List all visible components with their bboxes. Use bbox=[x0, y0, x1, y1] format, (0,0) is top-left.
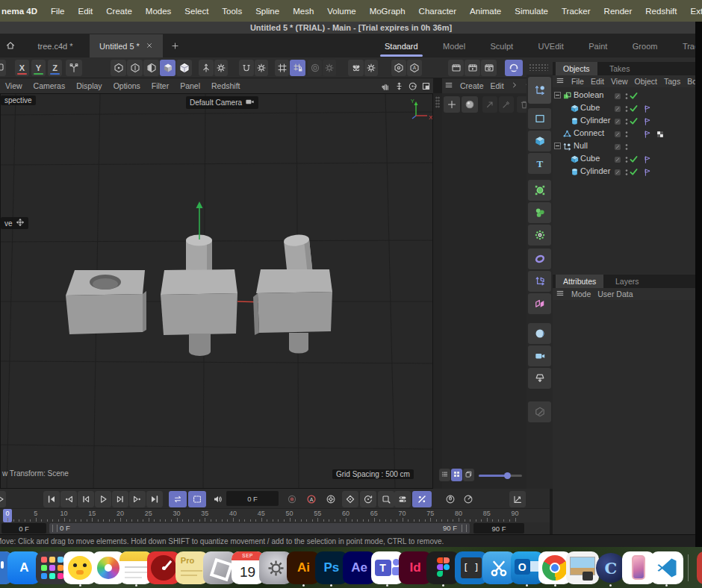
list-view-button[interactable] bbox=[439, 469, 450, 481]
om-menu-boo[interactable]: Boo bbox=[687, 77, 695, 86]
om-menu-tags[interactable]: Tags bbox=[664, 77, 680, 86]
menu-item-select[interactable]: Select bbox=[178, 7, 215, 16]
layer-view-button[interactable] bbox=[463, 469, 474, 481]
render-region-settings-icon[interactable] bbox=[323, 60, 336, 76]
quantize-button[interactable] bbox=[275, 60, 289, 76]
object-label[interactable]: Boolean bbox=[574, 90, 603, 99]
viewport-menu-cameras[interactable]: Cameras bbox=[34, 81, 66, 90]
environment-button[interactable] bbox=[528, 323, 551, 344]
layout-tab-sculpt[interactable]: Sculpt bbox=[489, 34, 515, 57]
hamburger-icon[interactable] bbox=[556, 76, 565, 87]
model-mode-button[interactable] bbox=[160, 60, 176, 76]
null-object-button[interactable] bbox=[528, 271, 551, 292]
phong-tag-icon[interactable] bbox=[643, 166, 652, 180]
symmetry-settings-icon[interactable] bbox=[364, 60, 378, 76]
hamburger-icon[interactable] bbox=[444, 81, 453, 91]
clipped-transport-button[interactable] bbox=[0, 491, 6, 507]
lock-x-axis-button[interactable]: X bbox=[15, 60, 29, 76]
viewport-menu-filter[interactable]: Filter bbox=[152, 81, 169, 90]
symmetry-button[interactable] bbox=[348, 60, 364, 76]
menu-item-mograph[interactable]: MoGraph bbox=[363, 7, 412, 16]
new-tab-button[interactable] bbox=[167, 38, 182, 54]
viewport-menu-view[interactable]: View bbox=[5, 81, 22, 90]
edges-mode-button[interactable] bbox=[127, 60, 143, 76]
tab-objects[interactable]: Objects bbox=[556, 62, 597, 75]
menu-item-tools[interactable]: Tools bbox=[215, 7, 249, 16]
record-dial-button[interactable] bbox=[460, 491, 476, 507]
clipped-toolbar-button[interactable] bbox=[0, 60, 6, 76]
polygons-mode-button[interactable] bbox=[143, 60, 159, 76]
go-to-end-button[interactable] bbox=[146, 491, 163, 507]
lock-z-axis-button[interactable]: Z bbox=[48, 60, 62, 76]
text-object-button[interactable]: T bbox=[528, 153, 551, 174]
dock-app-vscode[interactable] bbox=[650, 551, 683, 584]
menu-item-volume[interactable]: Volume bbox=[320, 7, 362, 16]
dolly-view-button[interactable] bbox=[393, 80, 405, 92]
render-picture-viewer-button[interactable] bbox=[465, 60, 480, 76]
range-handle-right[interactable] bbox=[462, 525, 467, 532]
primitive-cube-button[interactable] bbox=[528, 131, 551, 151]
viewport-solo-auto-button[interactable]: A bbox=[407, 60, 422, 76]
tab-takes[interactable]: Takes bbox=[602, 62, 637, 75]
material-menu-create[interactable]: Create bbox=[460, 81, 484, 90]
menu-item-redshift[interactable]: Redshift bbox=[639, 7, 683, 16]
enable-axis-button[interactable] bbox=[199, 60, 214, 76]
object-row-null[interactable]: Null bbox=[553, 140, 695, 152]
fcurve-mode-button[interactable] bbox=[509, 491, 526, 507]
close-tab-icon[interactable] bbox=[146, 42, 153, 51]
tab-tree-c4d[interactable]: tree.c4d * bbox=[21, 34, 90, 57]
key-parameter-button[interactable] bbox=[394, 491, 411, 507]
layout-tab-standard[interactable]: Standard bbox=[383, 34, 420, 57]
material-link-button[interactable] bbox=[482, 96, 497, 113]
texture-mode-button[interactable] bbox=[176, 60, 192, 76]
menu-item-file[interactable]: File bbox=[44, 7, 72, 16]
render-view-button[interactable] bbox=[448, 60, 464, 76]
thumbnail-zoom-slider[interactable] bbox=[479, 475, 522, 477]
quantize-lock-button[interactable] bbox=[290, 60, 305, 76]
grid-view-button[interactable] bbox=[451, 469, 462, 481]
axis-settings-icon[interactable] bbox=[214, 60, 228, 76]
range-handle-left[interactable] bbox=[52, 525, 58, 532]
object-row-cylinder[interactable]: Cylinder bbox=[553, 114, 695, 127]
menu-item-mesh[interactable]: Mesh bbox=[286, 7, 320, 16]
tab-layers[interactable]: Layers bbox=[608, 275, 647, 288]
pan-view-button[interactable] bbox=[379, 80, 391, 92]
key-rotation-button[interactable] bbox=[360, 491, 376, 507]
frame-end-field[interactable]: 90 F bbox=[473, 523, 524, 534]
attribute-menu-user-data[interactable]: User Data bbox=[597, 290, 633, 298]
preview-range-button[interactable] bbox=[188, 491, 206, 507]
viewport-menu-display[interactable]: Display bbox=[76, 81, 102, 90]
sound-toggle-button[interactable] bbox=[209, 491, 226, 507]
points-mode-button[interactable] bbox=[111, 60, 126, 76]
frame-start-field[interactable]: 0 F bbox=[1, 523, 46, 534]
menu-item-spline[interactable]: Spline bbox=[249, 7, 286, 16]
menu-item-modes[interactable]: Modes bbox=[139, 7, 178, 16]
next-frame-button[interactable] bbox=[112, 491, 128, 507]
add-material-button[interactable] bbox=[444, 96, 460, 113]
previous-key-button[interactable] bbox=[60, 491, 77, 507]
menu-item-nema-4d[interactable]: nema 4D bbox=[0, 7, 44, 16]
new-material-button[interactable] bbox=[462, 96, 478, 113]
redshift-renderview-button[interactable] bbox=[505, 60, 523, 76]
object-row-cube[interactable]: Cube bbox=[553, 101, 695, 114]
object-label[interactable]: Null bbox=[574, 141, 588, 150]
object-label[interactable]: Cube bbox=[580, 154, 600, 163]
layout-tab-groom[interactable]: Groom bbox=[631, 34, 659, 57]
keyframe-settings-button[interactable] bbox=[323, 491, 339, 507]
interactive-render-region-button[interactable] bbox=[308, 60, 322, 76]
key-scale-button[interactable] bbox=[378, 491, 394, 507]
toggle-views-button[interactable] bbox=[420, 80, 432, 92]
viewport-menu-redshift[interactable]: Redshift bbox=[211, 81, 240, 90]
material-picker-button[interactable] bbox=[499, 96, 514, 113]
orbit-view-button[interactable] bbox=[406, 80, 418, 92]
keyframe-selection-button[interactable] bbox=[412, 491, 432, 507]
tab-attributes[interactable]: Attributes bbox=[556, 275, 603, 288]
om-menu-edit[interactable]: Edit bbox=[591, 77, 604, 86]
panel-divider[interactable] bbox=[433, 93, 442, 489]
object-label[interactable]: Cylinder bbox=[580, 116, 610, 125]
record-button[interactable] bbox=[284, 491, 300, 507]
subdivision-surface-button[interactable] bbox=[528, 180, 551, 201]
snap-button[interactable] bbox=[239, 60, 254, 76]
delete-material-button[interactable] bbox=[517, 96, 526, 113]
play-button[interactable] bbox=[95, 491, 111, 507]
